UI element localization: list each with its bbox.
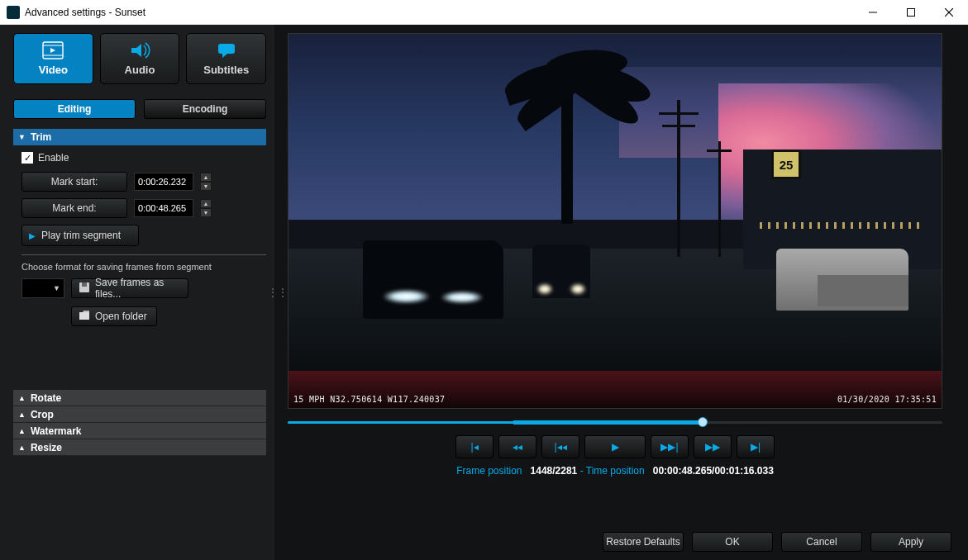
main-panel: 25 15 MPH N32.750614 W117.240037 01/30/2…: [279, 25, 968, 560]
enable-label: Enable: [38, 152, 69, 164]
app-icon: [7, 6, 20, 19]
skip-end-icon: ▶|: [751, 441, 761, 453]
section-resize-header[interactable]: ▲ Resize: [13, 439, 266, 456]
preview-overlay-left: 15 MPH N32.750614 W117.240037: [293, 395, 445, 405]
transport-bar: |◂ ◂◂ |◂◂ ▶ ▶▶| ▶▶ ▶|: [288, 435, 942, 458]
audio-icon: [129, 41, 150, 62]
tab-subtitles[interactable]: Subtitles: [186, 33, 266, 84]
play-icon: ▶: [29, 231, 36, 240]
settings-sidebar: Video Audio Subtitles Editing Encoding ▼…: [0, 25, 274, 560]
close-button[interactable]: [930, 0, 968, 25]
format-select[interactable]: ▼: [21, 278, 64, 298]
section-watermark-label: Watermark: [31, 425, 82, 437]
play-trim-button[interactable]: ▶ Play trim segment: [21, 225, 139, 246]
svg-marker-10: [222, 54, 227, 58]
mark-end-spinner[interactable]: ▲ ▼: [200, 199, 212, 217]
position-info: Frame position 1448/2281 - Time position…: [288, 465, 942, 477]
caret-up-icon: ▲: [18, 411, 26, 419]
mark-end-value[interactable]: 0:00:48.265: [134, 199, 193, 217]
preview-overlay-right: 01/30/2020 17:35:51: [837, 395, 937, 405]
open-folder-button[interactable]: Open folder: [71, 306, 157, 326]
section-crop-label: Crop: [31, 409, 54, 420]
section-trim-body: ✓ Enable Mark start: 0:00:26.232 ▲ ▼ Mar…: [13, 145, 266, 335]
time-position-value: 00:00:48.265/00:01:16.033: [653, 465, 774, 477]
main-tabs: Video Audio Subtitles: [13, 33, 266, 84]
play-icon: ▶: [612, 441, 619, 453]
caret-up-icon: ▲: [18, 427, 26, 435]
mark-start-spinner[interactable]: ▲ ▼: [200, 173, 212, 191]
next-frame-button[interactable]: ▶▶|: [651, 435, 689, 458]
svg-marker-7: [50, 48, 55, 53]
section-rotate-label: Rotate: [31, 392, 61, 404]
window-title: Advanced settings - Sunset: [25, 7, 145, 18]
goto-start-button[interactable]: |◂: [455, 435, 494, 458]
svg-marker-8: [131, 44, 141, 57]
svg-marker-13: [79, 311, 89, 312]
collapsed-sections: ▲ Rotate ▲ Crop ▲ Watermark ▲ Resize: [13, 390, 266, 456]
caret-down-icon: ▼: [18, 133, 26, 141]
goto-end-button[interactable]: ▶|: [737, 435, 775, 458]
tab-subtitles-label: Subtitles: [203, 64, 249, 76]
divider: [21, 254, 266, 255]
dialog-footer: Restore Defaults OK Cancel Apply: [288, 515, 951, 552]
rewind-button[interactable]: ◂◂: [498, 435, 536, 458]
svg-rect-1: [908, 8, 915, 16]
cancel-button[interactable]: Cancel: [781, 532, 862, 552]
section-resize-label: Resize: [31, 442, 62, 453]
window-buttons: [854, 0, 968, 25]
apply-button[interactable]: Apply: [870, 532, 951, 552]
mark-start-value[interactable]: 0:00:26.232: [134, 173, 193, 191]
spinner-down-icon[interactable]: ▼: [200, 182, 212, 191]
svg-rect-14: [79, 312, 89, 320]
seek-bar[interactable]: [288, 417, 942, 427]
tab-audio-label: Audio: [125, 64, 155, 76]
folder-icon: [79, 311, 90, 323]
svg-rect-9: [218, 44, 235, 54]
caret-up-icon: ▲: [18, 394, 26, 402]
ok-button[interactable]: OK: [692, 532, 773, 552]
spinner-up-icon[interactable]: ▲: [200, 173, 212, 182]
choose-format-label: Choose format for saving frames from seg…: [21, 262, 266, 272]
subtab-encoding[interactable]: Encoding: [144, 99, 266, 119]
subtitles-icon: [216, 41, 237, 62]
section-crop-header[interactable]: ▲ Crop: [13, 406, 266, 423]
fast-forward-button[interactable]: ▶▶: [694, 435, 732, 458]
mark-end-button[interactable]: Mark end:: [21, 198, 127, 218]
minimize-button[interactable]: [854, 0, 892, 25]
section-rotate-header[interactable]: ▲ Rotate: [13, 390, 266, 406]
section-trim-header[interactable]: ▼ Trim: [13, 129, 266, 145]
prev-frame-button[interactable]: |◂◂: [541, 435, 579, 458]
save-frames-label: Save frames as files...: [95, 277, 188, 300]
tab-video-label: Video: [39, 64, 68, 76]
maximize-button[interactable]: [892, 0, 930, 25]
save-icon: [79, 282, 90, 296]
frame-position-label: Frame position: [456, 465, 522, 477]
video-icon: [42, 41, 64, 62]
enable-checkbox[interactable]: ✓: [21, 152, 33, 164]
svg-rect-12: [82, 282, 87, 287]
frame-position-value: 1448/2281: [531, 465, 578, 477]
spinner-down-icon[interactable]: ▼: [200, 208, 212, 217]
section-trim-label: Trim: [31, 131, 51, 143]
step-back-icon: |◂◂: [554, 441, 566, 453]
tab-video[interactable]: Video: [13, 33, 93, 84]
subtab-editing[interactable]: Editing: [13, 99, 136, 119]
open-folder-label: Open folder: [95, 311, 147, 322]
rewind-icon: ◂◂: [513, 441, 522, 453]
tab-audio[interactable]: Audio: [100, 33, 180, 84]
speed-limit-sign: 25: [771, 149, 801, 179]
video-preview[interactable]: 25 15 MPH N32.750614 W117.240037 01/30/2…: [288, 33, 942, 409]
title-bar: Advanced settings - Sunset: [0, 0, 968, 25]
save-frames-button[interactable]: Save frames as files...: [71, 278, 188, 298]
seek-thumb[interactable]: [698, 417, 708, 427]
sub-tabs: Editing Encoding: [13, 99, 266, 119]
mark-start-button[interactable]: Mark start:: [21, 172, 127, 192]
spinner-up-icon[interactable]: ▲: [200, 199, 212, 208]
play-button[interactable]: ▶: [584, 435, 646, 458]
chevron-down-icon: ▼: [53, 284, 60, 292]
time-position-label: Time position: [586, 465, 645, 477]
skip-start-icon: |◂: [470, 441, 478, 453]
seek-fill: [288, 421, 703, 424]
section-watermark-header[interactable]: ▲ Watermark: [13, 423, 266, 439]
restore-defaults-button[interactable]: Restore Defaults: [603, 532, 684, 552]
